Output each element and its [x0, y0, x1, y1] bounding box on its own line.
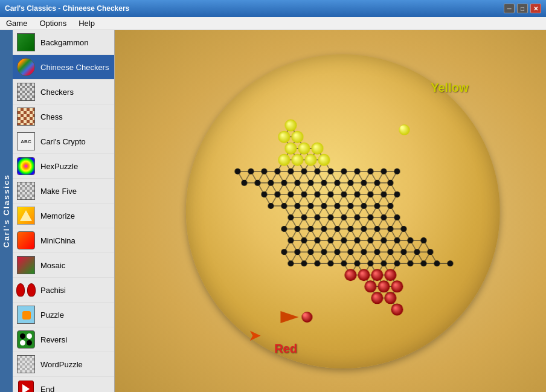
puzzle-icon — [16, 305, 36, 324]
board-canvas[interactable] — [175, 48, 513, 374]
menu-bar: Game Options Help — [0, 17, 546, 30]
reversi-icon — [16, 330, 36, 349]
sidebar-item-chess[interactable]: Chess — [13, 104, 114, 129]
pachisi-icon — [16, 280, 36, 300]
sidebar-label-make-five: Make Five — [40, 187, 77, 196]
sidebar-item-pachisi[interactable]: Pachisi — [13, 278, 114, 303]
main-layout: Carl's Classics Backgammon Chineese Chec… — [0, 30, 546, 392]
carls-crypto-icon: ABC — [16, 132, 36, 151]
sidebar-label-chinese-checkers: Chineese Checkers — [40, 63, 109, 72]
sidebar-item-backgammon[interactable]: Backgammon — [13, 30, 114, 55]
sidebar-label-carls-crypto: Carl's Crypto — [40, 137, 86, 146]
checkers-icon — [16, 82, 36, 101]
menu-options[interactable]: Options — [33, 18, 72, 29]
wordpuzzle-icon — [16, 355, 36, 374]
sidebar-label-mosaic: Mosaic — [40, 261, 65, 270]
hexpuzzle-icon — [16, 156, 36, 176]
sidebar-item-hexpuzzle[interactable]: HexPuzzle — [13, 154, 114, 179]
backgammon-icon — [16, 33, 36, 52]
mosaic-icon — [16, 255, 36, 275]
sidebar-label-chess: Chess — [40, 112, 63, 121]
sidebar-label-wordpuzzle: WordPuzzle — [40, 360, 83, 369]
sidebar-label-memorize: Memorize — [40, 211, 75, 220]
window-title: Carl's Classics - Chineese Checkers — [5, 4, 129, 13]
sidebar-label-checkers: Checkers — [40, 88, 74, 97]
make-five-icon — [16, 181, 36, 201]
sidebar-item-carls-crypto[interactable]: ABC Carl's Crypto — [13, 129, 114, 154]
minichina-icon — [16, 231, 36, 250]
sidebar-label-puzzle: Puzzle — [40, 310, 64, 320]
sidebar-label-pachisi: Pachisi — [40, 286, 66, 295]
sidebar: Carl's Classics Backgammon Chineese Chec… — [0, 30, 115, 392]
sidebar-label-reversi: Reversi — [40, 335, 67, 344]
close-button[interactable]: ✕ — [530, 4, 541, 13]
chinese-checkers-icon — [16, 57, 36, 77]
sidebar-label-end: End — [40, 385, 54, 393]
sidebar-item-checkers[interactable]: Checkers — [13, 80, 114, 104]
sidebar-item-wordpuzzle[interactable]: WordPuzzle — [13, 352, 114, 377]
sidebar-item-chinese-checkers[interactable]: Chineese Checkers — [13, 55, 114, 80]
sidebar-item-puzzle[interactable]: Puzzle — [13, 303, 114, 327]
menu-game[interactable]: Game — [0, 18, 33, 29]
end-icon — [16, 379, 36, 392]
menu-help[interactable]: Help — [72, 18, 101, 29]
maximize-button[interactable]: □ — [517, 4, 528, 13]
sidebar-item-memorize[interactable]: Memorize — [13, 204, 114, 228]
sidebar-item-make-five[interactable]: Make Five — [13, 179, 114, 204]
sidebar-label-hexpuzzle: HexPuzzle — [40, 162, 78, 171]
memorize-icon — [16, 206, 36, 225]
sidebar-label: Carl's Classics — [0, 30, 13, 392]
chess-icon — [16, 107, 36, 126]
sidebar-item-mosaic[interactable]: Mosaic — [13, 253, 114, 278]
window-controls: ─ □ ✕ — [504, 4, 541, 13]
sidebar-item-end[interactable]: End — [13, 377, 114, 392]
sidebar-item-reversi[interactable]: Reversi — [13, 327, 114, 352]
sidebar-item-minichina[interactable]: MiniChina — [13, 228, 114, 253]
sidebar-label-minichina: MiniChina — [40, 236, 75, 245]
title-bar: Carl's Classics - Chineese Checkers ─ □ … — [0, 0, 546, 17]
minimize-button[interactable]: ─ — [504, 4, 515, 13]
sidebar-label-backgammon: Backgammon — [40, 38, 88, 47]
game-area: Yellow Red ➤ — [115, 30, 546, 392]
sidebar-items: Backgammon Chineese Checkers Checkers Ch… — [13, 30, 114, 392]
